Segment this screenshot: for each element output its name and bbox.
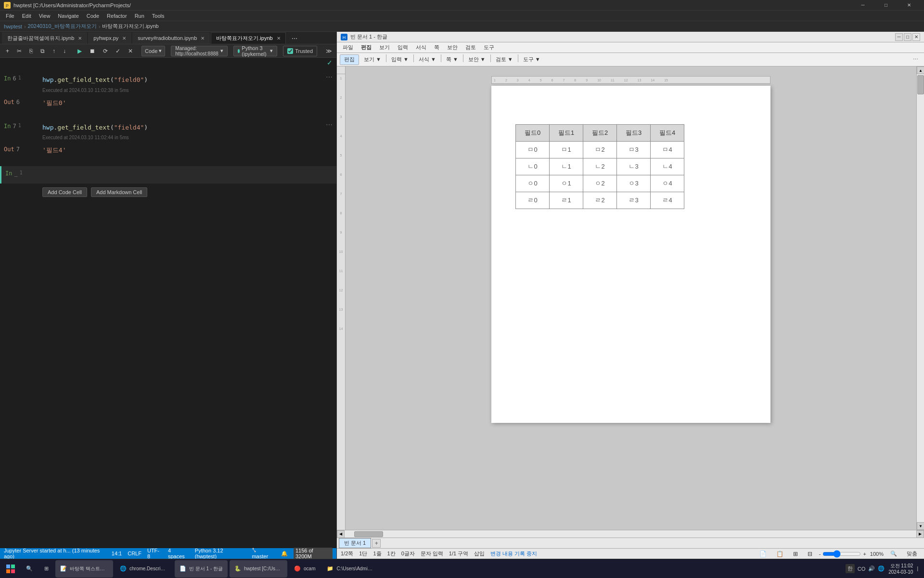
trusted-checkbox[interactable] xyxy=(287,48,293,54)
copy-btn[interactable]: ⎘ xyxy=(26,46,36,56)
scroll-up-btn[interactable]: ▲ xyxy=(917,66,924,74)
run-btn[interactable]: ▶ xyxy=(75,46,85,56)
maximize-btn[interactable]: □ xyxy=(875,0,897,11)
tab-0[interactable]: 한글줄바꿈액셀에유지.ipynb ✕ xyxy=(2,32,87,44)
menu-edit[interactable]: Edit xyxy=(18,11,35,21)
start-btn[interactable] xyxy=(2,560,19,578)
hwp-menu-review[interactable]: 검토 xyxy=(462,42,480,53)
taskbar-explorer-btn[interactable]: 📁 C:\Users\Administrator\ xyxy=(322,560,380,578)
hwp-menu-input[interactable]: 입력 xyxy=(394,42,412,53)
hwp-view-mode-btn2[interactable]: 📋 xyxy=(773,549,786,559)
tab-close-1[interactable]: ✕ xyxy=(122,36,126,41)
tab-close-0[interactable]: ✕ xyxy=(78,36,82,41)
hscroll-thumb[interactable] xyxy=(354,531,383,537)
menu-file[interactable]: File xyxy=(2,11,18,21)
hwp-menu-edit[interactable]: 편집 xyxy=(357,42,375,53)
hwp-track-changes[interactable]: 변경 내용 기록 중지 xyxy=(490,550,537,557)
taskbar-pycharm-btn[interactable]: 🐍 hwptest [C:/Users/Admi xyxy=(230,560,287,578)
hwp-view-mode-btn1[interactable]: 📄 xyxy=(757,549,770,559)
taskbar-task-view-btn[interactable]: ⊞ xyxy=(39,560,53,578)
move-up-btn[interactable]: ↑ xyxy=(50,46,58,56)
hwp-edit-btn[interactable]: 편집 xyxy=(340,54,359,65)
breadcrumb-file[interactable]: 바탕쪽표가져오기.ipynb xyxy=(102,23,158,30)
hwp-menu-format[interactable]: 서식 xyxy=(412,42,430,53)
taskbar-ocam-btn[interactable]: 🔴 ocam xyxy=(289,560,320,578)
breadcrumb-folder[interactable]: 20240310_바탕쪽표가져오기 xyxy=(28,23,97,30)
menu-run[interactable]: Run xyxy=(131,11,148,21)
taskbar-search-btn[interactable]: 🔍 xyxy=(21,560,38,578)
tab-close-3[interactable]: ✕ xyxy=(277,36,281,41)
hwp-view-mode-btn4[interactable]: ⊟ xyxy=(805,549,815,559)
hwp-page-btn[interactable]: 쪽 ▼ xyxy=(443,54,461,65)
hwp-menu-file[interactable]: 파일 xyxy=(339,42,357,53)
add-code-cell-btn[interactable]: Add Code Cell xyxy=(42,187,87,197)
taskbar-notepad-btn[interactable]: 📝 바탕쪽 텍스트출력, 표인 xyxy=(55,560,113,578)
hwp-fit-btn[interactable]: 맞춤 xyxy=(904,549,920,559)
menu-refactor[interactable]: Refactor xyxy=(103,11,131,21)
hwp-view-mode-btn3[interactable]: ⊞ xyxy=(790,549,801,559)
hwp-restore-btn[interactable]: □ xyxy=(904,33,911,41)
menu-code[interactable]: Code xyxy=(83,11,103,21)
hwp-security-btn[interactable]: 보안 ▼ xyxy=(465,54,488,65)
interrupt-btn[interactable]: ⏹ xyxy=(87,46,98,56)
menu-navigate[interactable]: Navigate xyxy=(54,11,82,21)
menu-tools[interactable]: Tools xyxy=(148,11,168,21)
paste-btn[interactable]: ⧉ xyxy=(38,46,48,56)
managed-server-btn[interactable]: Managed: http://localhost:8888 ▾ xyxy=(171,46,228,56)
hwp-view-btn[interactable]: 보기 ▼ xyxy=(361,54,384,65)
kernel-btn[interactable]: Python 3 (ipykernel) ▾ xyxy=(233,46,277,56)
hwp-search-btn[interactable]: 🔍 xyxy=(887,549,900,559)
hwp-menu-view[interactable]: 보기 xyxy=(375,42,394,53)
scroll-thumb[interactable] xyxy=(917,75,924,94)
trusted-btn[interactable]: Trusted xyxy=(283,46,317,56)
hscroll-left-btn[interactable]: ◀ xyxy=(337,530,345,538)
hwp-tools-btn[interactable]: 도구 ▼ xyxy=(520,54,543,65)
cell-type-dropdown[interactable]: Code ▾ xyxy=(141,46,165,56)
hscroll-right-btn[interactable]: ▶ xyxy=(916,530,924,538)
cut-btn[interactable]: ✂ xyxy=(14,46,25,56)
restart-btn[interactable]: ⟳ xyxy=(100,46,111,56)
move-down-btn[interactable]: ↓ xyxy=(60,46,69,56)
scroll-down-btn[interactable]: ▼ xyxy=(917,522,924,530)
hwp-menu-page[interactable]: 쪽 xyxy=(430,42,443,53)
hwp-format-btn[interactable]: 서식 ▼ xyxy=(416,54,439,65)
taskbar-hwp-btn[interactable]: 📄 빈 문서 1 - 한글 xyxy=(175,560,228,578)
add-cell-btn[interactable]: + xyxy=(3,46,12,56)
cell-code-in6[interactable]: hwp.get_field_text("field0") xyxy=(42,73,333,87)
hwp-add-tab-btn[interactable]: + xyxy=(372,539,381,548)
hwp-menu-tools[interactable]: 도구 xyxy=(480,42,498,53)
hwp-close-btn[interactable]: ✕ xyxy=(912,33,920,41)
scroll-track[interactable] xyxy=(917,74,924,522)
more-tabs-btn[interactable]: ⋯ xyxy=(289,33,300,44)
hwp-more-btn[interactable]: ⋯ xyxy=(910,54,921,65)
breadcrumb-project[interactable]: hwptest xyxy=(4,24,22,29)
volume-icon[interactable]: 🔊 xyxy=(868,565,875,572)
new-cell-input[interactable] xyxy=(44,168,333,182)
tab-close-2[interactable]: ✕ xyxy=(201,36,205,41)
zoom-slider[interactable] xyxy=(822,550,861,558)
hwp-menu-security[interactable]: 보안 xyxy=(443,42,462,53)
taskbar-chrome-btn[interactable]: 🌐 chrome.Descriptors-UI xyxy=(115,560,173,578)
new-cell-body[interactable] xyxy=(44,168,333,182)
tab-3[interactable]: 바탕쪽표가져오기.ipynb ✕ xyxy=(211,32,285,44)
clear-btn[interactable]: ✕ xyxy=(125,46,136,56)
menu-view[interactable]: View xyxy=(35,11,54,21)
hwp-review-btn[interactable]: 검토 ▼ xyxy=(493,54,516,65)
cell-menu-in6[interactable]: ⋯ xyxy=(326,73,333,81)
tab-1[interactable]: pyhwpx.py ✕ xyxy=(88,32,131,44)
hwp-input-btn[interactable]: 입력 ▼ xyxy=(388,54,411,65)
tray-time[interactable]: 오전 11:02 2024-03-10 xyxy=(888,563,913,575)
close-btn[interactable]: ✕ xyxy=(898,0,920,11)
more-options-btn[interactable]: ≫ xyxy=(323,46,335,56)
add-markdown-cell-btn[interactable]: Add Markdown Cell xyxy=(91,187,147,197)
keyboard-lang[interactable]: 한 xyxy=(846,564,855,573)
tab-2[interactable]: survey#radiobutton.ipynb ✕ xyxy=(132,32,210,44)
hwp-doc-tab[interactable]: 빈 문서 1 xyxy=(339,538,371,548)
cell-code-in7[interactable]: hwp.get_field_text("field4") xyxy=(42,121,333,134)
run-all-btn[interactable]: ✓ xyxy=(113,46,123,56)
hscroll-track[interactable] xyxy=(345,530,916,538)
hwp-minimize-btn[interactable]: ─ xyxy=(895,33,903,41)
minimize-btn[interactable]: ─ xyxy=(852,0,874,11)
network-icon[interactable]: 🌐 xyxy=(878,565,885,572)
show-desktop-btn[interactable]: | xyxy=(917,566,918,571)
